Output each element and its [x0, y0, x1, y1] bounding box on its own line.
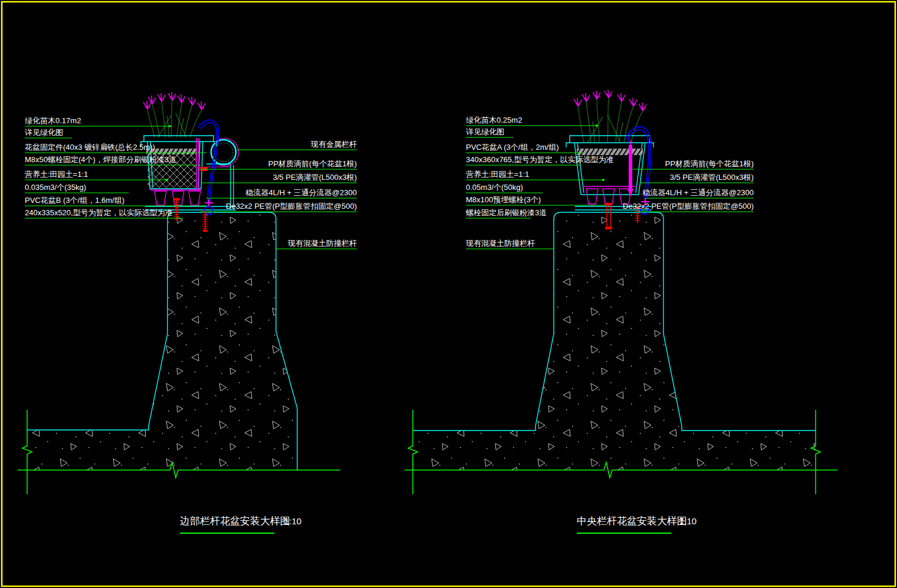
leader-dot	[166, 179, 168, 181]
label-green-plant: 绿化苗木0.25m2	[466, 116, 522, 124]
plant-flowers	[574, 90, 646, 111]
label-pe-drip-pipe: 3/5 PE滴灌管(L500x3根)	[273, 173, 357, 182]
label-green-plant: 绿化苗木0.17m2	[25, 116, 81, 125]
label-pot-b-size: 240x335x520,型号为暂定，以实际选型为准	[25, 208, 173, 217]
center-detail-title: 中央栏杆花盆安装大样图 1:10	[577, 515, 696, 533]
label-pot-fixing: 花盆固定件(40x3 镀锌扁铁(总长2.5m))	[24, 143, 155, 152]
concrete-barrier-fill	[413, 212, 816, 470]
label-m8x100-bolt: M8x100预埋螺栓(3个)	[466, 195, 541, 204]
label-soil-volume: 0.05m3/个(50kg)	[466, 183, 523, 192]
mulch-band	[577, 149, 643, 155]
view-title: 边部栏杆花盆安装大样图	[180, 515, 290, 527]
label-pot-a-size: 340x360x765,型号为暂定，以实际选型为准	[466, 155, 614, 164]
label-see-greening-plan: 详见绿化图	[466, 127, 504, 136]
view-scale: 1:10	[679, 516, 696, 526]
view-scale: 1:10	[284, 516, 301, 526]
leader-dot	[169, 125, 171, 127]
label-pvc-pot-b: PVC花盆B (3个/组，1.6m/组)	[25, 196, 124, 205]
label-m8x50-bolt: M8x50螺栓固定(4个)，焊接部分刷银粉漆3道	[25, 155, 176, 164]
pipe-clamp	[205, 199, 213, 206]
leader-dot	[602, 179, 604, 181]
label-pp-dripper: PP材质滴箭(每个花盆1根)	[268, 159, 357, 168]
label-de32-pipe: De32x2 PE管(P型膨胀管扣固定@500)	[226, 202, 357, 211]
label-soil-mix: 营养土:田园土=1:1	[466, 170, 529, 179]
center-detail-view: 绿化苗木0.25m2 详见绿化图 PVC花盆A (3个/组，2m/组) 340x…	[405, 90, 837, 533]
label-bolt-paint: 螺栓固定后刷银粉漆3道	[466, 208, 547, 217]
edge-detail-view: 绿化苗木0.17m2 详见绿化图 花盆固定件(40x3 镀锌扁铁(总长2.5m)…	[18, 92, 357, 533]
label-concrete-barrier: 现有混凝土防撞栏杆	[287, 239, 357, 248]
label-flow-regulator: 稳流器4L/H + 三通分流器@2300	[245, 188, 357, 197]
plant-stems	[147, 100, 202, 137]
view-title: 中央栏杆花盆安装大样图	[577, 515, 687, 527]
label-pp-dripper: PP材质滴箭(每个花盆1根)	[665, 159, 754, 168]
inner-pot-tray	[150, 190, 201, 205]
label-existing-railing: 现有金属栏杆	[310, 140, 357, 149]
label-see-greening-plan: 详见绿化图	[25, 128, 63, 137]
leader-dot	[596, 124, 598, 127]
label-flow-regulator: 稳流器4L/H + 三通分流器@2300	[642, 188, 754, 197]
edge-detail-title: 边部栏杆花盆安装大样图 1:10	[180, 515, 301, 533]
label-concrete-barrier: 现有混凝土防撞栏杆	[465, 239, 535, 248]
cad-drawing: 绿化苗木0.17m2 详见绿化图 花盆固定件(40x3 镀锌扁铁(总长2.5m)…	[0, 0, 897, 588]
label-de32-pipe: De32x2 PE管(P型膨胀管扣固定@500)	[623, 202, 754, 211]
pvc-pot-a	[566, 136, 653, 210]
label-soil-mix: 营养土:田园土=1:1	[25, 170, 88, 179]
label-pe-drip-pipe: 3/5 PE滴灌管(L500x3根)	[670, 173, 754, 182]
concrete-barrier-fill	[27, 212, 297, 470]
cad-canvas: 绿化苗木0.17m2 详见绿化图 花盆固定件(40x3 镀锌扁铁(总长2.5m)…	[0, 0, 897, 588]
sheet-frame	[2, 2, 895, 586]
label-soil-volume: 0.035m3/个(35kg)	[25, 183, 86, 192]
label-pvc-pot-a: PVC花盆A (3个/组，2m/组)	[466, 143, 558, 152]
